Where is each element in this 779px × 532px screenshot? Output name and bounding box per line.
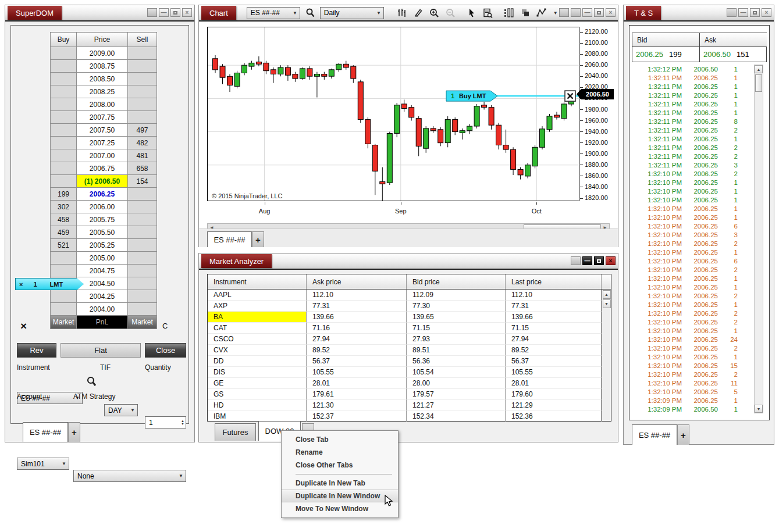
instrument-cell[interactable]: AXP [208,301,307,312]
atm-strategy-select[interactable]: None▼ [73,470,186,482]
close-position-button[interactable]: Close [145,343,186,358]
tns-titlebar[interactable]: T & S — × [624,5,774,22]
sell-size-cell[interactable] [127,290,157,303]
buy-size-cell[interactable] [50,251,77,265]
buy-size-cell[interactable] [50,85,77,98]
buy-size-cell[interactable] [50,110,77,124]
last-price-cell[interactable]: 179.60 [506,389,602,400]
bid-price-cell[interactable]: 105.54 [407,367,506,378]
toolbar-overflow-icon[interactable]: ▼ [552,7,560,19]
add-tab-button[interactable]: + [68,422,80,442]
instrument-cell[interactable]: GE [208,378,307,389]
instrument-cell[interactable]: GS [208,389,307,400]
table-row[interactable]: CAT 71.16 71.15 71.15 [208,323,611,334]
price-cell[interactable]: 2004.00 [76,302,128,316]
table-row[interactable]: HD 121.30 121.27 121.29 [208,400,611,411]
bid-price-cell[interactable]: 179.57 [407,389,506,400]
maximize-button[interactable] [594,256,604,265]
table-row[interactable]: CVX 89.52 89.51 89.52 [208,345,611,356]
flat-button[interactable]: Flat [61,343,141,358]
last-price-cell[interactable]: 152.36 [506,411,602,422]
spinner-arrows-icon[interactable]: ▲▼ [181,420,184,426]
price-cell[interactable]: 2005.50 [76,226,128,239]
table-row[interactable]: BA 139.66 139.65 139.66 [208,312,611,323]
ask-price-cell[interactable]: 139.66 [307,312,407,323]
sell-size-cell[interactable] [127,226,157,239]
buy-market-button[interactable]: Market [50,315,77,329]
price-cell[interactable]: 2006.00 [76,200,128,213]
buy-size-cell[interactable] [50,162,77,175]
price-cell[interactable]: 2007.75 [76,110,128,124]
bid-price-cell[interactable]: 71.15 [407,323,506,334]
bid-price-cell[interactable]: 112.09 [407,290,506,301]
reverse-button[interactable]: Rev [17,343,56,358]
last-price-cell[interactable]: 139.66 [506,312,602,323]
bid-price-cell[interactable]: 56.36 [407,356,506,367]
sell-size-cell[interactable] [127,213,157,226]
superdom-titlebar[interactable]: SuperDOM — × [5,5,194,22]
buy-size-cell[interactable]: 458 [50,213,77,226]
bid-price-cell[interactable]: 28.00 [407,378,506,389]
connection-indicator[interactable] [559,8,569,17]
table-scrollbar[interactable]: ▲ ▼ [602,290,611,421]
menu-item[interactable]: Duplicate In New Window [282,490,398,502]
scroll-up-icon[interactable]: ▲ [603,290,611,299]
maximize-button[interactable] [170,8,180,17]
maximize-button[interactable] [750,8,760,17]
instrument-cell[interactable]: CVX [208,345,307,356]
price-cell[interactable]: 2008.00 [76,98,128,111]
sell-size-cell[interactable]: 497 [127,123,157,137]
menu-item[interactable]: Close Tab [282,433,398,446]
buy-size-cell[interactable] [50,123,77,137]
buy-size-cell[interactable] [50,302,77,316]
last-price-cell[interactable]: 77.31 [506,301,602,312]
sell-size-cell[interactable] [127,59,157,73]
ask-column-header[interactable]: Ask [700,33,767,47]
price-axis[interactable]: 2120.002100.002080.002060.002040.002020.… [580,27,615,202]
bid-column-header[interactable]: Bid [632,33,700,47]
ask-price-cell[interactable]: 112.10 [307,290,407,301]
sell-size-cell[interactable]: 482 [127,136,157,149]
sell-size-cell[interactable] [127,251,157,265]
chart-instrument-select[interactable]: ES ##-##▼ [247,7,300,19]
price-cell[interactable]: 2007.25 [76,136,128,149]
cancel-all-icon[interactable]: × [20,320,27,333]
drawing-tools-icon[interactable] [412,7,425,19]
sell-size-cell[interactable] [127,98,157,111]
price-cell[interactable]: 2006.75 [76,162,128,175]
price-cell[interactable]: 2007.50 [76,123,128,137]
instrument-cell[interactable]: BA [208,312,307,323]
tns-scrollbar[interactable]: ▲ ▼ [754,65,763,413]
column-header[interactable]: Last price [506,274,602,289]
price-column-header[interactable]: Price [76,32,128,47]
data-box-icon[interactable] [482,7,495,19]
add-tab-button[interactable]: + [252,231,264,247]
instrument-search-icon[interactable] [86,376,97,390]
sell-size-cell[interactable]: 154 [127,174,157,188]
ask-price-cell[interactable]: 27.94 [307,334,407,345]
close-button[interactable]: × [182,8,192,17]
minimize-button[interactable]: — [582,256,592,265]
bid-price-cell[interactable]: 152.34 [407,411,506,422]
price-cell[interactable]: 2004.50 [76,277,128,290]
sell-size-cell[interactable] [127,72,157,85]
menu-item[interactable]: Duplicate In New Tab [282,477,398,490]
time-axis[interactable]: Aug Sep Oct [207,202,581,217]
price-cell[interactable]: 2005.75 [76,213,128,226]
table-row[interactable]: DIS 105.55 105.54 105.55 [208,367,611,378]
instrument-cell[interactable]: CAT [208,323,307,334]
minimize-button[interactable]: — [582,8,592,17]
bid-price-cell[interactable]: 27.93 [407,334,506,345]
chart-style-icon[interactable] [396,7,408,19]
last-price-cell[interactable]: 105.55 [506,367,602,378]
add-tab-button[interactable]: + [677,424,689,445]
price-cell[interactable]: 2005.25 [76,238,128,252]
tab-futures[interactable]: Futures [215,423,256,441]
buy-size-cell[interactable] [50,72,77,85]
sell-size-cell[interactable] [127,264,157,277]
menu-item[interactable]: Move To New Window [282,502,398,515]
pnl-cell[interactable]: PnL [76,315,128,329]
menu-item[interactable]: Rename [282,446,398,459]
table-row[interactable]: GE 28.01 28.00 28.01 [208,378,611,389]
superdom-tab[interactable]: ES ##-## [23,422,68,442]
